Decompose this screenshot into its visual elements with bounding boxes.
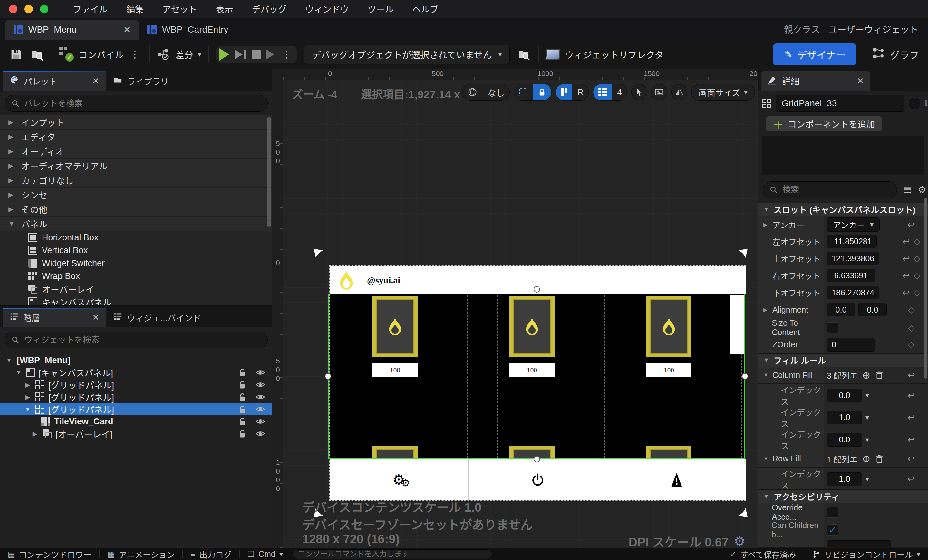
bind-diamond-icon[interactable]: ◇ xyxy=(908,323,914,333)
expander-icon[interactable]: ▼ xyxy=(763,456,770,462)
reset-icon[interactable]: ↩ xyxy=(907,390,915,401)
grid-snap-toggle[interactable]: 4 xyxy=(593,84,627,101)
eye-icon[interactable] xyxy=(255,392,265,402)
bind-diamond-icon[interactable]: ◇ xyxy=(914,288,920,298)
override-accessibility-checkbox[interactable] xyxy=(827,507,838,518)
debug-object-dropdown[interactable]: デバッグオブジェクトが選択されていません ▾ xyxy=(304,45,510,64)
settings-cell[interactable]: ⚙⚙ xyxy=(330,459,469,500)
expander-icon[interactable]: ▼ xyxy=(763,372,770,378)
card-tile[interactable] xyxy=(372,296,418,357)
stop-button[interactable] xyxy=(252,50,261,59)
lock-open-icon[interactable] xyxy=(238,392,247,402)
cmd-dropdown[interactable]: ❏ Cmd ▾ xyxy=(240,548,290,560)
palette-category-editor[interactable]: ▶エディタ xyxy=(0,130,272,144)
eye-icon[interactable] xyxy=(255,429,265,438)
tab-hierarchy[interactable]: 階層 ✕ xyxy=(3,308,106,327)
tab-details[interactable]: 詳細 ✕ xyxy=(761,71,870,90)
chevron-down-icon[interactable]: ▾ xyxy=(865,436,869,444)
rotate-handle-top-right[interactable] xyxy=(734,247,749,262)
revision-control-button[interactable]: リビジョンコントロール ▾ xyxy=(804,548,928,560)
clipped-dropdown[interactable] xyxy=(827,540,891,548)
eye-icon[interactable] xyxy=(255,404,265,414)
add-element-icon[interactable]: ⊕ xyxy=(862,369,870,381)
bind-diamond-icon[interactable]: ◇ xyxy=(914,253,920,264)
reset-icon[interactable]: ↩ xyxy=(907,474,915,484)
reset-icon[interactable]: ↩ xyxy=(907,453,915,464)
lock-open-icon[interactable] xyxy=(238,368,247,377)
trash-icon[interactable] xyxy=(875,371,884,380)
play-button[interactable] xyxy=(220,48,229,61)
menu-window[interactable]: ウィンドウ xyxy=(298,3,356,15)
designer-mode-button[interactable]: ✎ デザイナー xyxy=(773,44,856,66)
bind-diamond-icon[interactable]: ◇ xyxy=(908,340,914,349)
tab-widget-bind[interactable]: ウィジェ...バインド xyxy=(106,308,208,327)
save-status-button[interactable]: ✓ すべて保存済み xyxy=(722,548,804,560)
close-tab-icon[interactable]: ✕ xyxy=(847,76,864,86)
settings-gear-icon[interactable]: ⚙ xyxy=(918,184,926,195)
menu-file[interactable]: ファイル xyxy=(66,3,115,15)
output-log-button[interactable]: ≡ 出力ログ xyxy=(183,548,239,560)
flip-preview-button[interactable] xyxy=(671,84,687,100)
reset-icon[interactable]: ↩ xyxy=(902,287,910,298)
layout-respect-toggle[interactable]: R xyxy=(556,84,589,101)
tab-wbp-cardentry[interactable]: WBP_CardEntry xyxy=(139,20,237,40)
anchor-dropdown[interactable]: アンカー▾ xyxy=(827,218,880,232)
designer-canvas[interactable]: 0 500 1000 1500 200 500 0 500 1000 ズーム -… xyxy=(272,69,758,548)
localization-preview-button[interactable]: なし xyxy=(462,84,510,101)
details-search[interactable] xyxy=(763,182,897,198)
browse-icon[interactable] xyxy=(30,47,44,61)
console-command-input[interactable] xyxy=(293,549,492,559)
trash-icon[interactable] xyxy=(875,454,884,463)
card-tile[interactable] xyxy=(646,296,691,357)
index-value-input[interactable]: 1.0 xyxy=(827,472,862,486)
lock-open-icon[interactable] xyxy=(238,380,247,389)
palette-scrollbar[interactable] xyxy=(267,117,271,226)
compile-button[interactable]: ✓ コンパイル ⋮ xyxy=(59,47,142,62)
offset-right-input[interactable]: 6.633691 xyxy=(827,269,875,282)
card-tile[interactable] xyxy=(510,296,554,357)
index-value-input[interactable]: 1.0 xyxy=(827,411,862,424)
animation-button[interactable]: ▦ アニメーション xyxy=(100,548,183,560)
offset-top-input[interactable]: 121.393806 xyxy=(827,252,879,265)
index-value-input[interactable]: 0.0 xyxy=(827,433,862,447)
reset-icon[interactable]: ↩ xyxy=(907,370,915,380)
preview-background-button[interactable] xyxy=(651,84,667,100)
widget-name-input[interactable] xyxy=(775,95,904,112)
design-surface[interactable]: ズーム -4 選択項目:1,927.14 x 773.42 なし R xyxy=(283,80,758,548)
palette-item-widget-switcher[interactable]: Widget Switcher xyxy=(0,257,272,270)
palette-search-input[interactable] xyxy=(24,99,261,108)
size-to-content-checkbox[interactable] xyxy=(827,322,838,334)
lock-open-icon[interactable] xyxy=(238,417,247,426)
preview-tile-grid[interactable]: 100 100 100 xyxy=(328,294,745,458)
menu-debug[interactable]: デバッグ xyxy=(244,3,293,15)
frame-skip-button[interactable] xyxy=(235,50,246,59)
palette-category-uncategorized[interactable]: ▶カテゴリなし xyxy=(0,173,272,188)
content-drawer-button[interactable]: ▤ コンテンツドロワー xyxy=(0,548,99,560)
palette-item-vertical-box[interactable]: Vertical Box xyxy=(0,244,272,257)
tree-node-root[interactable]: ▼[WBP_Menu] xyxy=(0,354,272,366)
zoom-window-button[interactable] xyxy=(40,5,48,13)
rotate-handle-bottom-right[interactable] xyxy=(734,504,749,519)
is-variable-checkbox[interactable] xyxy=(909,98,920,109)
offset-bottom-input[interactable]: 186.270874 xyxy=(827,286,879,299)
add-component-button[interactable]: ＋ コンポーネントを追加 xyxy=(766,116,882,131)
gear-icon[interactable]: ⚙ xyxy=(734,534,745,548)
tab-library[interactable]: ライブラリ xyxy=(106,71,176,90)
expander-icon[interactable]: ▶ xyxy=(763,307,770,313)
palette-category-panel[interactable]: ▼パネル xyxy=(0,217,272,231)
lock-open-icon[interactable] xyxy=(238,429,247,438)
palette-category-audio[interactable]: ▶オーディオ xyxy=(0,144,272,159)
browse-debug-icon[interactable] xyxy=(517,47,531,61)
menu-asset[interactable]: アセット xyxy=(155,3,204,15)
palette-item-overlay[interactable]: オーバーレイ xyxy=(0,282,272,296)
close-tab-icon[interactable]: ✕ xyxy=(82,76,99,86)
cursor-tool-button[interactable] xyxy=(631,84,647,100)
hierarchy-search[interactable] xyxy=(5,331,268,348)
selection-lock-toggle[interactable] xyxy=(514,84,552,101)
tab-wbp-menu[interactable]: WBP_Menu ✕ xyxy=(5,20,139,40)
tree-node-tileview-card[interactable]: TileView_Card xyxy=(0,415,272,427)
diff-button[interactable]: 差分 ▾ xyxy=(157,47,201,61)
section-accessibility[interactable]: ▼アクセシビリティ xyxy=(758,490,928,503)
tree-node-grid-panel-1[interactable]: ▶[グリッドパネル] xyxy=(0,378,272,391)
reset-icon[interactable]: ↩ xyxy=(907,412,915,423)
